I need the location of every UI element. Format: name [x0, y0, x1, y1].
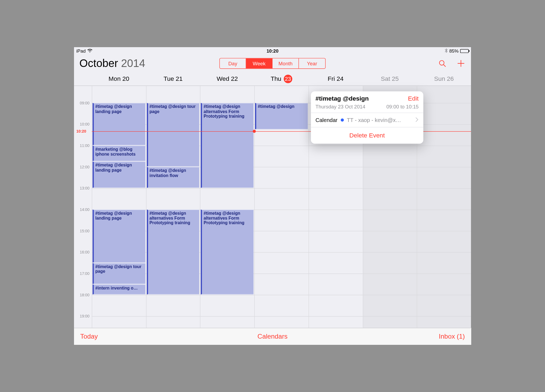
title-month: October — [79, 57, 121, 69]
dayheader-sat[interactable]: Sat 25 — [363, 72, 417, 85]
calendar-event[interactable]: #timetag @design landing page — [92, 210, 145, 262]
hour-label: 09:00 — [80, 101, 89, 105]
dayheader-mon[interactable]: Mon 20 — [92, 72, 146, 85]
seg-month[interactable]: Month — [272, 58, 299, 68]
popover-delete-button[interactable]: Delete Event — [311, 127, 423, 144]
hour-label: 19:00 — [80, 314, 89, 318]
status-time: 10:20 — [267, 48, 278, 54]
calendar-event[interactable]: #timetag @design alternatives Form Proto… — [201, 103, 254, 188]
hour-label: 15:00 — [80, 229, 89, 233]
seg-year[interactable]: Year — [299, 58, 325, 68]
status-bar: iPad 10:20 85% — [74, 47, 471, 55]
popover-calendar-label: Calendar — [316, 117, 338, 123]
calendar-event[interactable]: #timetag @design landing page — [92, 162, 145, 188]
day-header-row: Mon 20 Tue 21 Wed 22 Thu 23 Fri 24 Sat 2… — [74, 72, 471, 86]
hour-label: 10:00 — [80, 122, 89, 127]
hour-label: 14:00 — [80, 207, 89, 212]
popover-calendar-row[interactable]: Calendar TT - xaop - kevin@x… — [311, 113, 423, 127]
popover-title: #timetag @design — [316, 95, 369, 102]
svg-line-1 — [444, 65, 445, 66]
hour-label: 12:00 — [80, 165, 89, 169]
calendar-event[interactable]: #timetag @design landing page — [92, 103, 145, 145]
dayheader-sun[interactable]: Sun 26 — [417, 72, 471, 85]
calendar-event[interactable]: #timetag @design — [255, 103, 308, 129]
hour-label: 18:00 — [80, 293, 89, 297]
calendar-color-dot-icon — [341, 118, 344, 121]
title-year: 2014 — [121, 57, 145, 69]
view-segmented-control: Day Week Month Year — [219, 58, 326, 69]
device-label: iPad — [76, 48, 85, 54]
inbox-button[interactable]: Inbox (1) — [439, 333, 465, 340]
page-title: October 2014 — [79, 57, 145, 70]
wifi-icon — [87, 48, 93, 54]
hour-label: 11:00 — [80, 143, 89, 148]
today-button[interactable]: Today — [80, 333, 98, 340]
calendar-event[interactable]: #timetag @design alternatives Form Proto… — [147, 210, 199, 294]
chevron-right-icon — [415, 117, 418, 123]
calendar-event[interactable]: #timetag @design tour page — [92, 263, 145, 284]
seg-week[interactable]: Week — [246, 58, 272, 68]
hour-label: 16:00 — [80, 250, 89, 254]
today-badge: 23 — [284, 75, 292, 83]
popover-edit-button[interactable]: Edit — [408, 95, 418, 102]
bluetooth-icon — [445, 48, 448, 54]
popover-date: Thursday 23 Oct 2014 — [316, 104, 366, 110]
header: October 2014 Day Week Month Year — [74, 55, 471, 72]
popover-time: 09:00 to 10:15 — [386, 104, 419, 110]
current-time-label: 10:20 — [76, 129, 87, 134]
calendar-event[interactable]: #timetag @design tour page — [147, 103, 199, 167]
dayheader-fri[interactable]: Fri 24 — [309, 72, 363, 85]
seg-day[interactable]: Day — [220, 58, 246, 68]
dayheader-tue[interactable]: Tue 21 — [146, 72, 200, 85]
popover-calendar-value: TT - xaop - kevin@x… — [347, 117, 412, 123]
calendar-event[interactable]: #timetag @design alternatives Form Proto… — [201, 210, 254, 294]
ipad-calendar-screen: iPad 10:20 85% October 2014 Day Week Mon… — [74, 47, 471, 345]
hour-label: 17:00 — [80, 271, 89, 276]
current-time-dot-icon — [253, 130, 256, 133]
battery-icon — [460, 49, 469, 53]
add-event-button[interactable] — [456, 59, 466, 68]
calendar-event[interactable]: #marketing @blog iphone screenshots — [92, 146, 145, 161]
dayheader-thu[interactable]: Thu 23 — [254, 72, 309, 85]
search-button[interactable] — [438, 59, 447, 68]
calendars-button[interactable]: Calendars — [258, 333, 288, 340]
bottom-toolbar: Today Calendars Inbox (1) — [74, 328, 471, 345]
calendar-event[interactable]: #intern inventing o… — [92, 284, 145, 294]
dayheader-wed[interactable]: Wed 22 — [200, 72, 254, 85]
event-details-popover: #timetag @design Edit Thursday 23 Oct 20… — [311, 91, 423, 144]
hour-label: 13:00 — [80, 186, 89, 191]
battery-percentage: 85% — [449, 48, 459, 54]
calendar-event[interactable]: #timetag @design invitation flow — [147, 167, 199, 188]
